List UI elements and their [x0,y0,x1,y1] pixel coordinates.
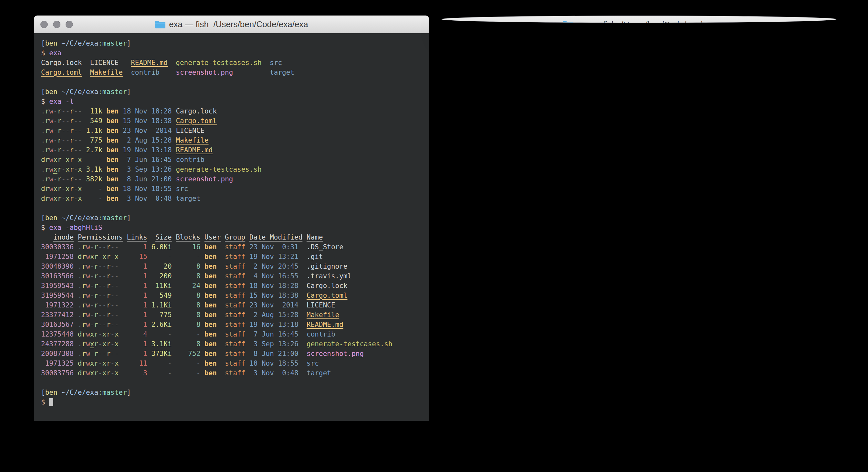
text-segment: screenshot.png [176,175,233,183]
text-segment [119,292,127,299]
text-segment: Group [225,233,245,241]
perm-char: . [41,166,45,173]
titlebar[interactable]: exa — fish /Users/ben/Code/exa/exa [34,16,429,33]
perm-char: r [45,127,50,135]
text-segment: 19 Nov 13:21 [249,253,299,261]
perm-char: - [74,137,78,144]
perm-char: - [111,340,115,348]
perm-char: x [78,166,82,173]
text-segment [119,117,123,125]
text-segment [200,321,205,328]
perm-char: - [66,107,70,115]
zoom-button[interactable] [66,21,73,28]
text-segment: 775 [152,311,172,319]
perm-char: r [82,282,86,290]
perm-char: . [78,282,82,290]
text-segment: 8 [176,292,200,299]
text-segment: 1 [127,272,147,280]
text-segment: ben [205,330,217,338]
perm-char: r [106,330,111,338]
text-segment [299,340,307,348]
perm-char: w [49,107,53,115]
perm-char: . [78,272,82,280]
perm-char: . [41,175,45,183]
close-button[interactable] [40,21,48,28]
text-segment [245,301,249,309]
perm-char: r [106,340,111,348]
text-segment: staff [225,292,245,299]
terminal-line: .rw-r--r-- 11k ben 18 Nov 18:28 Cargo.lo… [41,106,422,116]
perm-char: r [82,301,86,309]
perm-char: r [45,137,50,144]
text-segment [200,282,205,290]
text-segment [172,175,176,183]
perm-char: - [66,175,70,183]
perm-char: - [53,107,58,115]
text-segment [123,68,131,76]
perm-char: - [74,127,78,135]
perm-char: r [58,107,62,115]
perm-char: r [94,330,98,338]
text-segment: 30163566 [41,272,74,280]
text-segment [217,311,225,319]
text-segment [172,301,176,309]
text-segment: .DS_Store [307,243,343,251]
terminal-output: [ben ~/C/e/exa:master]$ exaCargo.lock LI… [34,33,429,421]
text-segment: 30163567 [41,321,74,328]
text-segment: 30083756 [41,369,74,377]
perm-char: r [45,107,50,115]
text-segment [245,330,249,338]
minimize-button[interactable] [461,21,468,23]
perm-char: x [102,330,106,338]
text-segment: 20087308 [41,350,74,358]
perm-char: - [61,156,66,164]
perm-char: - [90,311,94,319]
perm-char: r [106,272,111,280]
text-segment [74,282,78,290]
text-segment [119,127,123,135]
perm-char: w [86,340,90,348]
perm-char: - [74,117,78,125]
terminal-line: Cargo.toml Makefile contrib screenshot.p… [41,67,422,77]
perm-char: - [111,321,115,328]
perm-char: - [78,137,82,144]
perm-char: - [111,282,115,290]
text-segment [119,175,123,183]
text-segment [299,311,307,319]
minimize-button[interactable] [53,21,60,28]
perm-char: - [98,359,102,367]
perm-char: r [70,175,74,183]
zoom-button[interactable] [473,21,481,23]
titlebar[interactable]: exa — fish /Users/ben/Code/exa/exa [442,16,836,23]
text-segment [102,137,106,144]
text-segment [74,330,78,338]
perm-char: x [53,156,58,164]
terminal-line: $ exa -abghHliS [41,223,422,232]
perm-char: - [53,175,58,183]
text-segment: README.md [176,146,213,154]
perm-char: w [86,243,90,251]
perm-char: - [61,175,66,183]
text-segment: ben [45,389,58,396]
text-segment: 549 [86,117,102,125]
text-segment [119,321,127,328]
perm-char: - [90,243,94,251]
perm-char: r [106,369,111,377]
close-button[interactable] [448,21,456,23]
text-segment [245,263,249,270]
text-segment: 373Ki [152,350,172,358]
perm-char: r [58,195,62,202]
text-segment: staff [225,330,245,338]
perm-char: - [98,263,102,270]
text-segment [245,272,249,280]
text-segment [245,233,249,241]
perm-char: w [86,263,90,270]
text-segment: contrib [307,330,335,338]
perm-char: x [78,195,82,202]
perm-char: d [41,156,45,164]
text-segment [200,369,205,377]
text-segment: :master [98,214,127,222]
perm-char: . [78,243,82,251]
text-segment: ben [106,146,119,154]
text-segment: staff [225,272,245,280]
